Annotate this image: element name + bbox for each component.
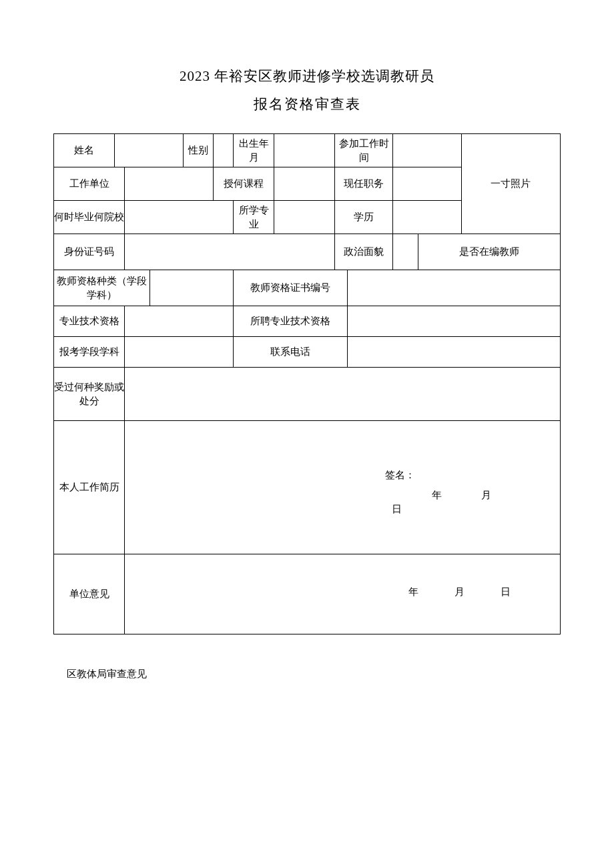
label-unit-opinion: 单位意见 [54,554,125,634]
value-pro-title[interactable] [125,306,234,337]
label-major: 所学专业 [234,201,274,234]
value-name[interactable] [115,134,183,167]
label-phone: 联系电话 [234,337,348,368]
value-teach-course[interactable] [274,167,335,201]
label-signature: 签名： [385,470,415,480]
value-birth[interactable] [274,134,335,167]
label-month-1: 月 [481,488,491,502]
label-gender: 性别 [183,134,214,167]
label-hired-title: 所聘专业技术资格 [234,306,348,337]
value-apply-subject[interactable] [125,337,234,368]
label-year-2: 年 [408,585,418,599]
label-month-2: 月 [454,585,465,599]
title-line-2: 报名资格审查表 [53,95,561,113]
label-work-unit: 工作单位 [54,167,125,201]
value-hired-title[interactable] [348,306,561,337]
value-cert-no[interactable] [348,270,561,306]
label-grad-school: 何时毕业何院校 [54,201,125,234]
label-name: 姓名 [54,134,115,167]
label-teach-course: 授何课程 [214,167,274,201]
label-education: 学历 [335,201,393,234]
label-cert-no: 教师资格证书编号 [234,270,348,306]
label-day-2: 日 [501,585,511,599]
footer-review-opinion: 区教体局审查意见 [67,668,561,681]
value-join-work[interactable] [393,134,461,167]
label-day-1: 日 [392,502,402,516]
photo-placeholder[interactable]: 一寸照片 [461,134,560,234]
value-current-post[interactable] [393,167,461,201]
label-is-regular-teacher: 是否在编教师 [418,234,561,270]
label-current-post: 现任职务 [335,167,393,201]
label-pro-title: 专业技术资格 [54,306,125,337]
value-gender[interactable] [214,134,234,167]
label-resume: 本人工作简历 [54,421,125,554]
value-unit-opinion-cell[interactable]: 年 月 日 [125,554,561,634]
label-cert-type: 教师资格种类（学段学科） [54,270,150,306]
label-year-1: 年 [432,488,442,502]
title-line-1: 2023 年裕安区教师进修学校选调教研员 [53,67,561,85]
label-apply-subject: 报考学段学科 [54,337,125,368]
page-title-block: 2023 年裕安区教师进修学校选调教研员 报名资格审查表 [53,67,561,113]
value-major[interactable] [274,201,335,234]
value-cert-type[interactable] [150,270,234,306]
value-education[interactable] [393,201,461,234]
label-birth: 出生年月 [234,134,274,167]
value-id-number[interactable] [125,234,335,270]
value-political[interactable] [393,234,418,270]
value-work-unit[interactable] [125,167,214,201]
label-join-work: 参加工作时间 [335,134,393,167]
application-form-table: 姓名 性别 出生年月 参加工作时间 一寸照片 工作单位 授何课程 现任职务 何时… [53,133,561,634]
label-political: 政治面貌 [335,234,393,270]
label-id-number: 身份证号码 [54,234,125,270]
label-awards: 受过何种奖励或处分 [54,368,125,421]
value-resume-cell[interactable]: 签名： 年 月 日 [125,421,561,554]
value-awards[interactable] [125,368,561,421]
value-phone[interactable] [348,337,561,368]
value-grad-school[interactable] [125,201,234,234]
